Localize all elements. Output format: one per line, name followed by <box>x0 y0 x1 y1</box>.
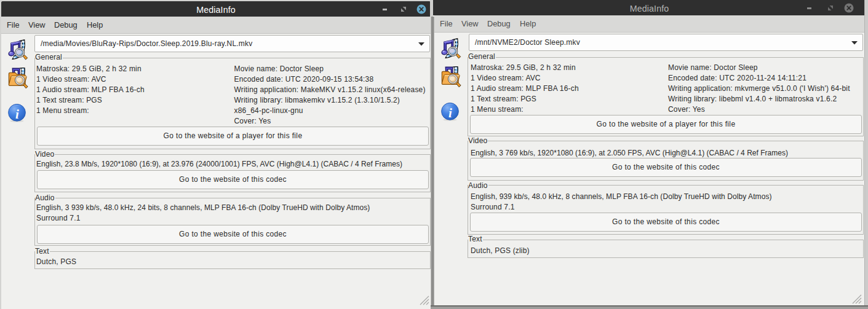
svg-text:i: i <box>448 106 452 120</box>
svg-text:i: i <box>15 107 19 122</box>
